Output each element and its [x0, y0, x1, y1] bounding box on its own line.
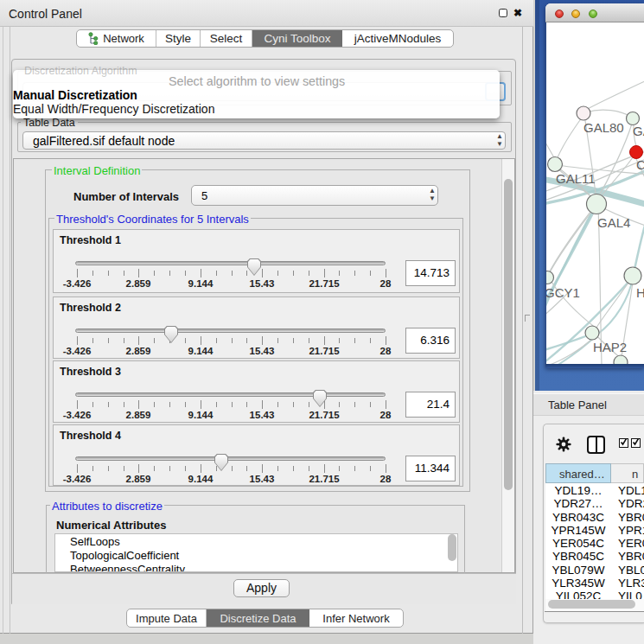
svg-text:GAL11: GAL11 — [556, 171, 596, 186]
svg-text:GAL80: GAL80 — [583, 120, 624, 135]
svg-text:H: H — [636, 285, 644, 300]
svg-text:GCY1: GCY1 — [546, 285, 580, 300]
svg-text:HAP2: HAP2 — [593, 340, 627, 354]
svg-text:GA: GA — [633, 124, 644, 138]
svg-text:GAL4: GAL4 — [597, 215, 630, 230]
svg-text:C: C — [636, 157, 644, 172]
